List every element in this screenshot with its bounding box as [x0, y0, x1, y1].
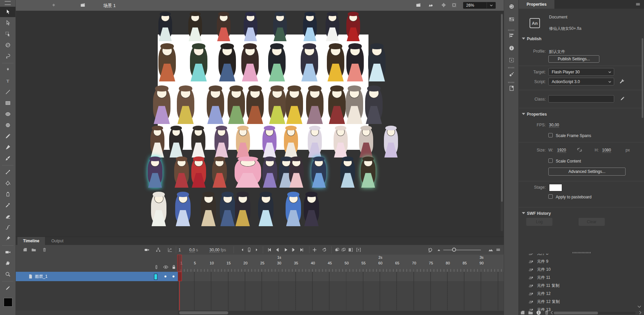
fill-color-swatch[interactable]	[4, 298, 12, 307]
frame-number-25[interactable]: 25	[260, 261, 264, 265]
outline-color-icon[interactable]	[153, 264, 159, 270]
character-sprite-r3-11[interactable]	[364, 85, 383, 124]
go-to-last-frame-icon[interactable]	[299, 247, 305, 253]
character-sprite-r6-7[interactable]	[285, 191, 302, 226]
swf-clear-button[interactable]: Clear	[579, 218, 605, 226]
frame-number-80[interactable]: 80	[446, 261, 450, 265]
panel-menu-icon[interactable]	[495, 247, 501, 253]
reset-timeline-zoom-icon[interactable]	[427, 247, 433, 253]
character-sprite-r1-8[interactable]	[346, 11, 361, 41]
frame-number-55[interactable]: 55	[361, 261, 365, 265]
chevron-down-icon[interactable]	[606, 69, 614, 75]
dock-drag-handle[interactable]	[508, 29, 515, 31]
tab-output[interactable]: Output	[46, 237, 68, 245]
playhead-frame-marker[interactable]	[177, 272, 182, 281]
bone-tool[interactable]	[0, 167, 15, 177]
graph-editor-icon[interactable]	[167, 247, 173, 253]
frame-number-70[interactable]: 70	[412, 261, 416, 265]
frame-number-60[interactable]: 60	[378, 261, 382, 265]
playhead-box-icon[interactable]	[246, 247, 252, 253]
library-item[interactable]: 元件 9	[519, 258, 644, 265]
character-sprite-r4-8[interactable]	[307, 125, 323, 158]
frame-number-45[interactable]: 45	[328, 261, 332, 265]
subselection-tool[interactable]	[0, 18, 15, 28]
dock-drag-handle[interactable]	[508, 82, 515, 83]
character-sprite-r6-8[interactable]	[303, 191, 320, 226]
color-panel-icon[interactable]	[508, 3, 515, 10]
class-edit-pencil-icon[interactable]	[620, 96, 626, 102]
paint-bucket-tool[interactable]	[0, 178, 15, 188]
lasso-tool[interactable]	[0, 51, 15, 61]
camera-tool[interactable]	[0, 247, 15, 257]
character-sprite-r4-11[interactable]	[383, 125, 399, 158]
character-sprite-r6-1[interactable]	[150, 191, 167, 226]
character-sprite-r4-7[interactable]	[283, 125, 299, 158]
character-sprite-r1-1[interactable]	[158, 11, 173, 41]
paint-brush-tool[interactable]	[0, 153, 15, 164]
onion-skin-icon[interactable]	[334, 247, 340, 253]
character-sprite-r2-8[interactable]	[346, 43, 364, 81]
stage-color-swatch[interactable]	[549, 184, 562, 191]
frame-number-50[interactable]: 50	[345, 261, 349, 265]
character-sprite-r2-2[interactable]	[189, 43, 208, 81]
layer-frame-strip[interactable]	[178, 272, 504, 281]
frames-area[interactable]	[178, 281, 504, 310]
target-dropdown[interactable]: Flash Player 30	[548, 68, 614, 76]
loop-playback-icon[interactable]	[321, 247, 327, 253]
script-dropdown[interactable]: ActionScript 3.0	[548, 78, 614, 85]
character-sprite-r2-9[interactable]	[367, 43, 386, 81]
properties-vertical-scrollbar[interactable]	[642, 38, 643, 118]
pin-tool[interactable]	[0, 233, 15, 244]
character-sprite-r4-4[interactable]	[214, 125, 229, 158]
library-scroll-down-icon[interactable]	[636, 304, 642, 310]
layer-outline-color-chip[interactable]	[154, 274, 157, 280]
stage-zoom-dropdown[interactable]: 26%	[463, 2, 496, 9]
chevron-down-icon[interactable]	[606, 79, 614, 85]
scale-content-checkbox[interactable]	[548, 159, 553, 163]
hand-tool[interactable]	[0, 258, 15, 268]
scene-name[interactable]: 场景 1	[103, 3, 116, 9]
timeline-horizontal-scrollbar[interactable]	[178, 311, 504, 315]
edit-scene-icon[interactable]	[415, 2, 422, 8]
visibility-eye-icon[interactable]	[163, 264, 169, 270]
character-sprite-r1-7[interactable]	[325, 11, 340, 41]
character-sprite-r2-1[interactable]	[158, 43, 177, 81]
character-sprite-r4-1[interactable]	[150, 125, 165, 158]
step-forward-icon[interactable]	[291, 247, 296, 253]
lock-icon[interactable]	[171, 264, 177, 270]
panel-menu-icon[interactable]	[635, 1, 641, 7]
character-sprite-r6-2[interactable]	[175, 191, 191, 226]
character-sprite-r5-10[interactable]	[340, 156, 356, 188]
edit-symbols-icon[interactable]	[428, 2, 434, 8]
3d-rotation-tool[interactable]	[0, 40, 15, 50]
frame-number-40[interactable]: 40	[311, 261, 315, 265]
character-sprite-r2-5[interactable]	[267, 43, 286, 81]
character-sprite-r2-4[interactable]	[241, 43, 259, 81]
step-back-icon[interactable]	[275, 247, 280, 253]
character-sprite-r2-6[interactable]	[300, 43, 319, 81]
library-item[interactable]: 元件 12 复制	[519, 298, 644, 305]
brush-tool[interactable]	[0, 142, 15, 152]
apply-to-pasteboard-checkbox[interactable]	[548, 194, 553, 199]
layer-lock-dot[interactable]	[172, 275, 175, 277]
transform-panel-icon[interactable]	[508, 57, 515, 63]
collapse-caret-icon[interactable]	[522, 113, 525, 115]
character-sprite-r5-11[interactable]	[360, 156, 376, 188]
frame-number-30[interactable]: 30	[277, 261, 281, 265]
character-sprite-r5-2[interactable]	[174, 156, 190, 188]
tab-timeline[interactable]: Timeline	[17, 237, 45, 245]
character-sprite-r6-4[interactable]	[219, 191, 236, 226]
new-symbol-icon[interactable]	[519, 310, 526, 315]
edit-multiple-frames-icon[interactable]	[348, 247, 353, 253]
layer-parenting-icon[interactable]	[155, 247, 161, 253]
tools-panel-handle-icon[interactable]	[5, 1, 11, 5]
frame-number-90[interactable]: 90	[480, 261, 484, 265]
item-properties-icon[interactable]	[536, 310, 542, 315]
eraser-tool[interactable]	[0, 211, 15, 222]
stroke-color-tool[interactable]	[0, 283, 15, 293]
selection-tool[interactable]	[0, 7, 15, 17]
playhead-ruler-marker[interactable]	[177, 255, 182, 271]
ink-bottle-tool[interactable]	[0, 189, 15, 199]
character-sprite-r6-5[interactable]	[234, 191, 251, 226]
library-horizontal-scrollbar[interactable]	[552, 312, 636, 314]
